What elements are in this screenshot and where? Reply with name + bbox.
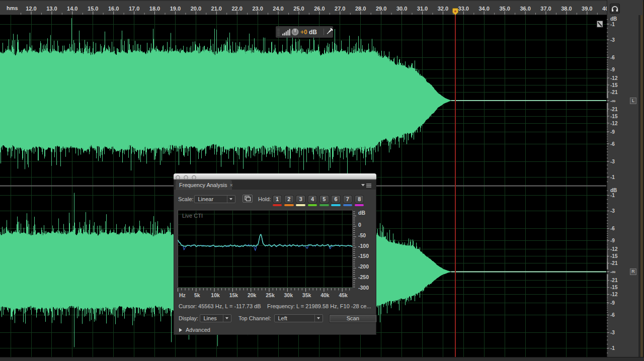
svg-text:-200: -200 xyxy=(358,263,369,269)
svg-text:5k: 5k xyxy=(194,292,200,298)
svg-text:-50: -50 xyxy=(358,232,366,238)
svg-text:Hz: Hz xyxy=(179,292,186,298)
svg-text:dB: dB xyxy=(358,210,365,216)
svg-text:30k: 30k xyxy=(284,292,293,298)
svg-text:-100: -100 xyxy=(358,243,369,249)
svg-text:-250: -250 xyxy=(358,274,369,280)
svg-text:-300: -300 xyxy=(358,285,369,291)
svg-text:45k: 45k xyxy=(339,292,348,298)
svg-text:-150: -150 xyxy=(358,253,369,259)
svg-text:Live CTI: Live CTI xyxy=(182,213,203,219)
svg-text:0: 0 xyxy=(358,222,361,228)
svg-text:15k: 15k xyxy=(229,292,238,298)
svg-text:10k: 10k xyxy=(211,292,220,298)
svg-text:20k: 20k xyxy=(248,292,257,298)
svg-text:35k: 35k xyxy=(302,292,311,298)
svg-text:40k: 40k xyxy=(320,292,330,298)
svg-text:25k: 25k xyxy=(266,292,275,298)
